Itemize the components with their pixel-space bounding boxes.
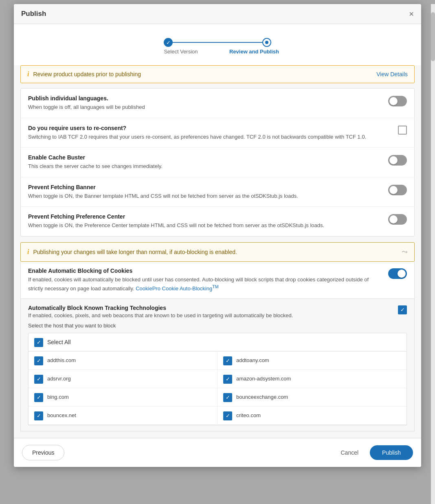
host-label-7: criteo.com — [236, 412, 261, 418]
sub-section-desc: If enabled, cookies, pixels, and web bea… — [28, 312, 293, 318]
host-item: ✓ adsrvr.org — [29, 370, 218, 388]
alert-text-2: Publishing your changes will take longer… — [33, 249, 237, 255]
checkbox-host-3[interactable]: ✓ — [223, 375, 232, 384]
step-connector — [173, 42, 262, 43]
close-button[interactable]: × — [409, 10, 414, 18]
setting-row-1: Publish individual languages. When toggl… — [21, 88, 414, 118]
alert-banner-1: i Review product updates prior to publis… — [20, 65, 415, 83]
setting-desc-1: When toggle is off, all languages will b… — [28, 103, 376, 111]
host-item: ✓ bouncex.net — [29, 407, 218, 425]
modal-header: Publish × — [14, 4, 421, 24]
host-label-4: bing.com — [47, 394, 69, 400]
checkbox-reconsent[interactable] — [398, 126, 407, 135]
checkbox-host-6[interactable]: ✓ — [34, 411, 43, 420]
host-grid: ✓ addthis.com ✓ addtoany.com ✓ adsrvr.or… — [28, 351, 407, 425]
toggle-5[interactable] — [388, 214, 407, 225]
alert-text-1: Review product updates prior to publishi… — [33, 71, 141, 77]
auto-block-desc: If enabled, cookies will automatically b… — [28, 276, 380, 293]
checkbox-select-all[interactable]: ✓ — [34, 338, 43, 347]
checkbox-host-7[interactable]: ✓ — [223, 411, 232, 420]
step-2 — [262, 38, 271, 47]
auto-block-section: Enable Automatic Blocking of Cookies If … — [20, 262, 415, 299]
scrollbar-thumb[interactable] — [431, 12, 435, 61]
sub-section-title: Automatically Block Known Tracking Techn… — [28, 305, 293, 311]
checkbox-host-1[interactable]: ✓ — [223, 356, 232, 365]
select-all-label: Select All — [47, 339, 71, 345]
publish-button[interactable]: Publish — [370, 445, 413, 460]
step-2-label: Review and Publish — [218, 49, 291, 55]
host-item: ✓ amazon-adsystem.com — [218, 370, 406, 388]
setting-row-4: Prevent Fetching Banner When toggle is O… — [21, 177, 414, 207]
settings-list: Publish individual languages. When toggl… — [20, 88, 415, 237]
setting-desc-4: When toggle is ON, the Banner template H… — [28, 192, 376, 200]
cursor-icon: ⤳ — [402, 248, 408, 256]
stepper: ✓ — [14, 31, 421, 49]
checkbox-host-4[interactable]: ✓ — [34, 393, 43, 402]
info-icon-1: i — [27, 71, 29, 78]
stepper-labels: Select Version Review and Publish — [14, 49, 421, 60]
setting-row-5: Prevent Fetching Preference Center When … — [21, 207, 414, 236]
host-label-3: amazon-adsystem.com — [236, 376, 291, 382]
host-label-5: bounceexchange.com — [236, 394, 288, 400]
toggle-4[interactable] — [388, 185, 407, 195]
cancel-button[interactable]: Cancel — [335, 445, 364, 460]
host-item: ✓ addthis.com — [29, 351, 218, 370]
host-label-1: addtoany.com — [236, 357, 269, 363]
step-2-circle — [262, 38, 271, 47]
modal-overlay: Publish × ✓ Select Version — [0, 0, 435, 504]
host-label-6: bouncex.net — [47, 412, 76, 418]
modal-footer: Previous Cancel Publish — [14, 438, 421, 467]
checkbox-track-tech[interactable]: ✓ — [398, 305, 407, 314]
host-select-label: Select the host that you want to block — [28, 323, 407, 329]
toggle-auto-block[interactable] — [388, 268, 407, 279]
step-1: ✓ — [164, 38, 173, 47]
checkbox-host-2[interactable]: ✓ — [34, 375, 43, 384]
view-details-link[interactable]: View Details — [376, 71, 408, 77]
toggle-3[interactable] — [388, 155, 407, 166]
host-item: ✓ bounceexchange.com — [218, 388, 406, 407]
host-item: ✓ criteo.com — [218, 407, 406, 425]
host-select-all-row: ✓ Select All — [28, 333, 407, 351]
setting-title-5: Prevent Fetching Preference Center — [28, 213, 376, 220]
step-1-label: Select Version — [144, 49, 218, 55]
host-label-0: addthis.com — [47, 357, 76, 363]
modal-body: i Review product updates prior to publis… — [14, 65, 421, 438]
setting-desc-2: Switching to IAB TCF 2.0 requires that y… — [28, 133, 386, 141]
checkbox-host-5[interactable]: ✓ — [223, 393, 232, 402]
setting-title-2: Do you require users to re-consent? — [28, 125, 386, 131]
setting-title-3: Enable Cache Buster — [28, 154, 376, 161]
host-item: ✓ addtoany.com — [218, 351, 406, 370]
setting-desc-3: This clears the server cache to see chan… — [28, 162, 376, 170]
alert-banner-2: i Publishing your changes will take long… — [20, 242, 415, 262]
setting-desc-5: When toggle is ON, the Preference Center… — [28, 221, 376, 230]
sub-section: Automatically Block Known Tracking Techn… — [20, 299, 415, 431]
checkbox-host-0[interactable]: ✓ — [34, 356, 43, 365]
modal-title: Publish — [21, 10, 46, 18]
setting-title-4: Prevent Fetching Banner — [28, 184, 376, 190]
host-label-2: adsrvr.org — [47, 376, 71, 382]
setting-title-1: Publish individual languages. — [28, 95, 376, 102]
toggle-1[interactable] — [388, 96, 407, 106]
host-item: ✓ bing.com — [29, 388, 218, 407]
auto-block-title: Enable Automatic Blocking of Cookies — [28, 267, 380, 274]
scrollbar-track — [431, 4, 435, 504]
info-icon-2: i — [27, 248, 29, 256]
cookie-pro-link[interactable]: CookiePro Cookie Auto-BlockingTM — [136, 285, 219, 292]
setting-row-2: Do you require users to re-consent? Swit… — [21, 118, 414, 148]
publish-modal: Publish × ✓ Select Version — [14, 4, 421, 467]
previous-button[interactable]: Previous — [22, 445, 64, 460]
step-1-circle: ✓ — [164, 38, 173, 47]
setting-row-3: Enable Cache Buster This clears the serv… — [21, 148, 414, 177]
